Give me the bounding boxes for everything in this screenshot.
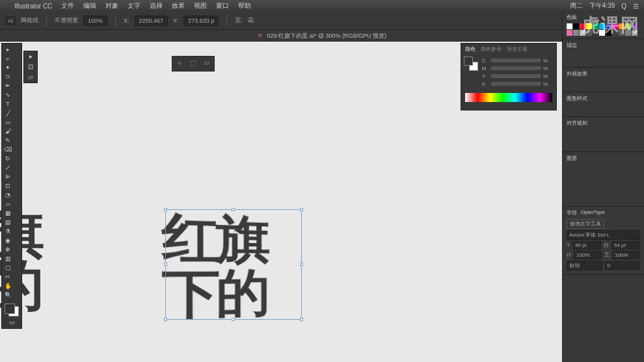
blend-tool[interactable]: ◉ xyxy=(3,236,12,245)
k-slider[interactable] xyxy=(491,82,541,86)
document-title: 029-红旗下的蛋.ai* @ 300% (RGB/GPU 预览) xyxy=(267,32,386,39)
free-transform-tool[interactable]: ⊡ xyxy=(3,181,12,190)
selection-tool[interactable]: ▸ xyxy=(3,45,12,54)
document-tab[interactable]: ✕ 029-红旗下的蛋.ai* @ 300% (RGB/GPU 预览) xyxy=(0,30,644,42)
type-tool[interactable]: T xyxy=(3,99,12,109)
k-label: K xyxy=(482,81,489,87)
rotate-tool[interactable]: ↻ xyxy=(3,154,12,163)
transform-options-panel: ⟐ ⬚ ▱ xyxy=(172,56,215,71)
app-name[interactable]: Illustrator CC xyxy=(14,3,52,10)
mac-menubar: Illustrator CC 文件 编辑 对象 文字 选择 效果 视图 窗口 帮… xyxy=(0,0,644,12)
menu-object[interactable]: 对象 xyxy=(105,1,118,10)
menu-window[interactable]: 窗口 xyxy=(216,1,229,10)
mesh-tool[interactable]: ▦ xyxy=(3,209,12,218)
status-day: 周二 xyxy=(570,1,583,10)
fill-stroke-swatch[interactable] xyxy=(3,302,20,318)
pen-tool[interactable]: ✒ xyxy=(3,81,12,90)
menu-select[interactable]: 选择 xyxy=(150,1,163,10)
pencil-tool[interactable]: ✎ xyxy=(3,136,12,145)
gradient-tool[interactable]: ▤ xyxy=(3,218,12,227)
direct-selection-tool[interactable]: ▹ xyxy=(3,54,12,63)
color-guide-tab[interactable]: 颜色参考 xyxy=(481,45,502,53)
m-slider[interactable] xyxy=(491,66,541,70)
graphic-styles-panel: 图形样式 xyxy=(563,92,644,117)
font-family-field[interactable]: Adobe 宋体 Std L xyxy=(567,230,640,240)
handle-tr[interactable] xyxy=(300,208,303,211)
curvature-tool[interactable]: ∿ xyxy=(3,90,12,99)
h-label: 高: xyxy=(248,16,256,25)
shape-builder-tool[interactable]: ◔ xyxy=(3,190,12,200)
panel-fill-stroke[interactable] xyxy=(464,57,478,71)
menu-effect[interactable]: 效果 xyxy=(172,1,185,10)
font-size-field[interactable]: 45 pt xyxy=(572,241,601,250)
magic-wand-tool[interactable]: ✦ xyxy=(3,63,12,72)
puppet-warp-icon[interactable]: ⊡ xyxy=(24,62,37,72)
handle-br[interactable] xyxy=(300,318,303,321)
opacity-field[interactable]: 100% xyxy=(83,16,107,26)
artboard-tool[interactable]: ▢ xyxy=(3,263,12,272)
menu-file[interactable]: 文件 xyxy=(61,1,74,10)
constrain-icon[interactable]: ⟐ xyxy=(175,59,184,68)
screen-mode[interactable]: ▭ xyxy=(3,318,20,327)
free-distort-icon[interactable]: ⬚ xyxy=(189,59,198,68)
perspective-icon[interactable]: ▱ xyxy=(202,59,211,68)
eyedropper-tool[interactable]: ⚗ xyxy=(3,227,12,236)
scale-tool[interactable]: ⤢ xyxy=(3,163,12,172)
symbol-sprayer-tool[interactable]: ✻ xyxy=(3,245,12,254)
handle-mr[interactable] xyxy=(300,263,303,266)
menu-type[interactable]: 文字 xyxy=(127,1,141,10)
menu-icon[interactable]: ☰ xyxy=(633,3,639,10)
appearance-panel: 外观效果 xyxy=(563,68,644,92)
menu-view[interactable]: 视图 xyxy=(194,1,207,10)
swatch-cell[interactable] xyxy=(573,30,579,36)
paintbrush-tool[interactable]: 🖌 xyxy=(3,127,12,136)
color-tab[interactable]: 颜色 xyxy=(465,45,476,53)
search-icon[interactable]: Q xyxy=(621,3,626,10)
swatch-cell[interactable] xyxy=(573,23,579,29)
y-slider[interactable] xyxy=(491,74,541,78)
grid-label[interactable]: 网格线 xyxy=(21,16,38,25)
opacity-label: 不透明度 xyxy=(55,16,78,25)
menu-edit[interactable]: 编辑 xyxy=(83,1,96,10)
toolbox: ▸ ▹ ✦ ⊃ ✒ ∿ T ╱ ▭ 🖌 ✎ ⌫ ↻ ⤢ ⫸ ⊡ ◔ ▱ ▦ ▤ … xyxy=(1,43,22,329)
x-field[interactable]: 2250.467 xyxy=(135,16,168,26)
c-slider[interactable] xyxy=(491,58,541,62)
swatch-cell[interactable] xyxy=(567,23,572,29)
touch-type-button[interactable]: 修饰文字工具 xyxy=(567,219,604,229)
rectangle-tool[interactable]: ▭ xyxy=(3,118,12,127)
color-themes-tab[interactable]: 渐变主题 xyxy=(507,45,528,53)
width-tool[interactable]: ⫸ xyxy=(3,172,12,181)
tracking-field[interactable]: 0 xyxy=(605,261,641,270)
hand-tool[interactable]: ✋ xyxy=(3,281,12,291)
m-label: M xyxy=(482,66,489,71)
spectrum-bar[interactable] xyxy=(465,93,552,102)
right-dock: 色板 描边 外观效果 图形样式 对齐规则 图层 字符OpenType 修饰文字工… xyxy=(562,11,644,362)
swatch-cell[interactable] xyxy=(567,30,572,36)
slice-tool[interactable]: ✂ xyxy=(3,272,12,281)
x-label: X: xyxy=(124,18,129,24)
menu-help[interactable]: 帮助 xyxy=(238,1,251,10)
c-label: C xyxy=(482,58,489,64)
perspective-tool[interactable]: ▱ xyxy=(3,200,12,209)
lasso-tool[interactable]: ⊃ xyxy=(3,72,12,81)
leading-field[interactable]: 54 pt xyxy=(611,241,640,250)
y-field[interactable]: 273.633 p xyxy=(183,16,219,26)
artwork-text-main[interactable]: 红旗 下的 xyxy=(162,210,267,323)
kerning-field[interactable]: 自动 xyxy=(567,261,602,270)
align-panel: 对齐规则 xyxy=(563,117,644,152)
color-panel: 颜色 颜色参考 渐变主题 C% M% Y% K% xyxy=(461,43,557,110)
v-scale-field[interactable]: 100% xyxy=(612,251,640,259)
line-tool[interactable]: ╱ xyxy=(3,109,12,118)
free-transform-icon[interactable]: ▸ xyxy=(24,51,37,62)
close-icon[interactable]: ✕ xyxy=(258,32,263,39)
option-bar: Ai 网格线 不透明度 100% X: 2250.467 Y: 273.633 … xyxy=(0,12,644,30)
fill-color[interactable] xyxy=(5,304,15,314)
zoom-tool[interactable]: 🔍 xyxy=(3,291,12,300)
y-label: Y xyxy=(482,73,489,79)
graph-tool[interactable]: ▥ xyxy=(3,254,12,263)
y-label: Y: xyxy=(173,18,178,24)
eraser-tool[interactable]: ⌫ xyxy=(3,145,12,154)
character-panel: 字符OpenType 修饰文字工具 Adobe 宋体 Std L T45 pt … xyxy=(563,207,644,275)
h-scale-field[interactable]: 100% xyxy=(574,251,602,259)
perspective-distort-icon[interactable]: ▱ xyxy=(24,72,37,83)
